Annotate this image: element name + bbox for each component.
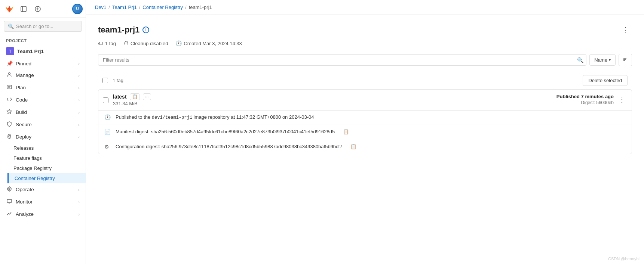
svg-rect-0 bbox=[21, 6, 26, 12]
page-header: team1-prj1 i ⋮ bbox=[98, 24, 632, 36]
sort-label: Name bbox=[594, 57, 607, 63]
svg-rect-16 bbox=[7, 199, 12, 202]
tag-detail-published: 🕐 Published to the dev1/team1-prj1 image… bbox=[98, 111, 632, 124]
search-bar[interactable]: 🔍 Search or go to... bbox=[4, 21, 82, 32]
deploy-submenu: Releases Feature flags Package Registry … bbox=[0, 143, 86, 183]
tag-details: 🕐 Published to the dev1/team1-prj1 image… bbox=[98, 110, 632, 154]
info-icon[interactable]: i bbox=[142, 27, 149, 33]
sidebar-label-monitor: Monitor bbox=[16, 199, 33, 205]
breadcrumb-container-registry[interactable]: Container Registry bbox=[142, 4, 183, 10]
select-all-checkbox[interactable] bbox=[102, 78, 108, 83]
sidebar-label-secure: Secure bbox=[16, 122, 32, 127]
sidebar-item-project[interactable]: T Team1 Prj1 bbox=[0, 44, 86, 58]
code-icon bbox=[6, 96, 13, 103]
tag-more-btn[interactable]: ⋮ bbox=[617, 93, 627, 105]
chevron-right-icon-2: › bbox=[78, 73, 80, 78]
plan-icon bbox=[6, 84, 13, 91]
meta-created: 🕐 Created Mar 3, 2024 14:33 bbox=[175, 40, 242, 46]
tag-config-detail-text: Configuration digest: sha256:973cfe8c111… bbox=[116, 144, 342, 149]
tag-published-detail-text: Published to the dev1/team1-prj1 image r… bbox=[116, 114, 314, 120]
sidebar-item-operate[interactable]: Operate › bbox=[0, 183, 86, 196]
build-icon bbox=[6, 109, 13, 116]
sidebar-item-code[interactable]: Code › bbox=[0, 94, 86, 106]
sidebar: U 🔍 Search or go to... Project T Team1 P… bbox=[0, 0, 86, 264]
tag-published-time: Published 7 minutes ago bbox=[556, 94, 614, 99]
config-icon: ⚙ bbox=[104, 144, 112, 150]
breadcrumb-team1prj1[interactable]: Team1 Prj1 bbox=[112, 4, 137, 10]
sidebar-item-container-registry[interactable]: Container Registry bbox=[7, 173, 86, 183]
breadcrumb-sep-3: / bbox=[185, 4, 187, 10]
sidebar-label-pinned: Pinned bbox=[16, 61, 31, 66]
tag-count-label: 1 tag bbox=[113, 78, 123, 83]
filter-input[interactable] bbox=[98, 54, 586, 66]
svg-point-9 bbox=[9, 136, 10, 137]
tag-name: latest bbox=[113, 94, 127, 100]
deploy-icon bbox=[6, 133, 13, 140]
breadcrumb-dev1[interactable]: Dev1 bbox=[95, 4, 106, 10]
sidebar-item-deploy[interactable]: Deploy › bbox=[0, 131, 86, 143]
analyze-icon bbox=[6, 211, 13, 218]
tag-detail-manifest: 📄 Manifest digest: sha256:560d0eb857d4a9… bbox=[98, 124, 632, 139]
sidebar-item-analyze[interactable]: Analyze › bbox=[0, 208, 86, 220]
chevron-right-icon-9: › bbox=[78, 212, 80, 217]
sort-order-icon bbox=[623, 57, 628, 62]
svg-point-5 bbox=[9, 73, 10, 75]
sidebar-label-releases: Releases bbox=[13, 145, 34, 151]
sidebar-item-manage[interactable]: Manage › bbox=[0, 69, 86, 81]
sidebar-item-build[interactable]: Build › bbox=[0, 106, 86, 118]
user-avatar[interactable]: U bbox=[72, 4, 83, 14]
breadcrumb-current: team1-prj1 bbox=[189, 4, 212, 10]
delete-selected-btn[interactable]: Delete selected bbox=[583, 75, 628, 86]
search-text: Search or go to... bbox=[16, 24, 53, 29]
copy-manifest-btn[interactable]: 📋 bbox=[341, 128, 350, 135]
sidebar-label-package-registry: Package Registry bbox=[13, 165, 52, 171]
sidebar-toggle-btn[interactable] bbox=[17, 3, 30, 15]
pin-icon: 📌 bbox=[6, 60, 13, 66]
sidebar-item-feature-flags[interactable]: Feature flags bbox=[7, 153, 86, 163]
tag-published-info: Published 7 minutes ago Digest: 560d0eb … bbox=[556, 93, 627, 105]
sidebar-label-operate: Operate bbox=[16, 187, 34, 192]
sidebar-item-monitor[interactable]: Monitor › bbox=[0, 196, 86, 208]
chevron-right-icon-4: › bbox=[78, 98, 80, 102]
chevron-right-icon-8: › bbox=[78, 200, 80, 204]
copy-config-btn[interactable]: 📋 bbox=[349, 143, 358, 150]
search-icon: 🔍 bbox=[8, 24, 14, 29]
tag-options-btn[interactable]: ··· bbox=[143, 93, 151, 100]
filter-row: 🔍 Name ▾ bbox=[98, 54, 632, 66]
svg-rect-6 bbox=[7, 85, 12, 89]
sidebar-item-package-registry[interactable]: Package Registry bbox=[7, 163, 86, 173]
sidebar-item-releases[interactable]: Releases bbox=[7, 143, 86, 153]
clock-icon: 🕐 bbox=[104, 114, 112, 120]
project-avatar: T bbox=[6, 47, 14, 55]
tag-row-header: latest 📋 ··· 331.34 MiB Published 7 minu… bbox=[98, 90, 632, 110]
new-item-btn[interactable] bbox=[31, 3, 44, 15]
gitlab-logo[interactable] bbox=[3, 3, 16, 15]
sidebar-item-pinned[interactable]: 📌 Pinned › bbox=[0, 58, 86, 69]
sidebar-navigation: 📌 Pinned › Manage › Plan › bbox=[0, 58, 86, 264]
project-name: Team1 Prj1 bbox=[17, 49, 44, 54]
meta-cleanup: ⏱ Cleanup disabled bbox=[123, 40, 168, 46]
copy-tag-name-btn[interactable]: 📋 bbox=[130, 93, 140, 100]
breadcrumb-sep-1: / bbox=[108, 4, 110, 10]
meta-tag-count-text: 1 tag bbox=[105, 41, 116, 46]
select-all-checkbox-wrap[interactable] bbox=[102, 78, 108, 83]
tag-checkbox[interactable] bbox=[103, 97, 108, 103]
sidebar-item-secure[interactable]: Secure › bbox=[0, 118, 86, 131]
sidebar-item-plan[interactable]: Plan › bbox=[0, 81, 86, 94]
page-title: team1-prj1 bbox=[98, 25, 139, 35]
tag-row: latest 📋 ··· 331.34 MiB Published 7 minu… bbox=[98, 89, 632, 154]
sort-order-btn[interactable] bbox=[619, 54, 632, 66]
svg-point-10 bbox=[7, 187, 11, 191]
page-title-row: team1-prj1 i bbox=[98, 25, 149, 35]
chevron-right-icon: › bbox=[78, 61, 80, 66]
more-options-btn[interactable]: ⋮ bbox=[619, 24, 632, 36]
sort-name-btn[interactable]: Name ▾ bbox=[589, 54, 616, 66]
tag-info: latest 📋 ··· 331.34 MiB bbox=[113, 93, 151, 106]
filter-search-btn[interactable]: 🔍 bbox=[577, 57, 583, 63]
chevron-down-icon: › bbox=[77, 136, 81, 138]
breadcrumb-sep-2: / bbox=[139, 4, 141, 10]
meta-cleanup-text: Cleanup disabled bbox=[131, 41, 168, 46]
chevron-right-icon-7: › bbox=[78, 187, 80, 192]
sidebar-label-build: Build bbox=[16, 109, 27, 115]
tag-size: 331.34 MiB bbox=[113, 101, 151, 106]
